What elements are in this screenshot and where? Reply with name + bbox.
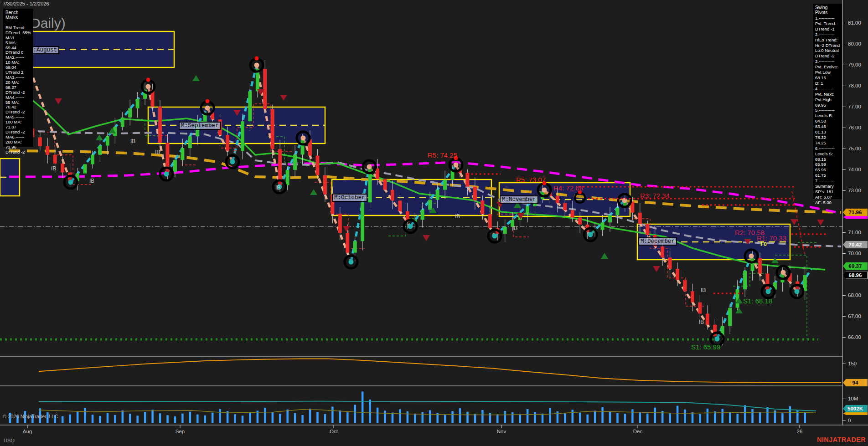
axis-tick-mark <box>842 316 846 317</box>
level-label: R3: 72.34 <box>640 192 670 200</box>
volume-bar <box>234 414 236 423</box>
volume-bar <box>804 412 806 423</box>
swing-pivot-line: Summary <box>815 184 840 189</box>
candle <box>241 121 244 151</box>
volume-bar <box>646 414 649 423</box>
volume-bar <box>601 407 604 423</box>
candle <box>526 206 529 213</box>
volume-bar <box>354 405 356 423</box>
volume-bar <box>542 414 544 423</box>
axis-tick-mark <box>842 44 846 44</box>
candle <box>698 302 702 314</box>
swing-pivot-line: 3.----------- <box>815 59 840 64</box>
swing-pivot-line: SP's: 181 <box>815 189 840 195</box>
time-axis-label: Oct <box>330 429 338 434</box>
axis-tick-label: 71.00 <box>848 230 861 235</box>
benchmarks-title: Bench Marks <box>5 10 31 20</box>
month-box-label: M:December <box>638 237 677 246</box>
volume-bar <box>707 409 709 423</box>
volume-bar <box>444 415 446 423</box>
benchmark-line: DTrend -2 <box>5 90 31 95</box>
volume-bar <box>294 413 296 423</box>
volume-bar <box>759 412 761 423</box>
swing-pivots-title: Swing Pivots <box>815 5 840 15</box>
chart-canvas[interactable] <box>0 0 868 446</box>
ib-label: IB <box>130 138 135 144</box>
down-triangle-marker <box>423 235 430 241</box>
candle <box>691 291 694 302</box>
candle <box>398 201 402 211</box>
swing-pivots-lines: 1.-----------Pvt. Trend:DTrend -12.-----… <box>815 15 840 205</box>
axis-tick-label: 77.00 <box>848 104 861 109</box>
volume-bar <box>212 413 214 423</box>
volume-bar <box>729 412 731 423</box>
volume-bar <box>181 414 184 423</box>
candle <box>136 99 140 108</box>
ib-label: IB <box>699 319 704 325</box>
candle <box>743 271 747 289</box>
down-triangle-marker <box>653 266 660 272</box>
level-label: S1: 65.99 <box>691 343 720 351</box>
axis-tick-label: 81.00 <box>848 20 861 26</box>
benchmarks-lines: ------------BM Trend:DTrend -65%MA1.----… <box>5 21 31 154</box>
swing-pivot-line: 61.75 <box>815 173 840 178</box>
candle <box>128 108 132 118</box>
volume-bar <box>429 410 431 423</box>
volume-bar <box>309 409 311 423</box>
axis-tick-mark <box>842 128 846 128</box>
candle <box>503 227 507 234</box>
volume-bar <box>616 413 619 423</box>
price-badge: 5002K <box>843 405 868 413</box>
volume-bar <box>504 411 506 423</box>
volume-bar <box>144 412 146 423</box>
candle <box>421 210 424 220</box>
price-badge: 68.96 <box>843 272 868 279</box>
ib-label: IB <box>51 165 56 172</box>
volume-bar <box>512 412 514 423</box>
swing-pivot-line: 2.----------- <box>815 32 840 37</box>
down-triangle-marker <box>280 95 287 101</box>
ib-label: IB <box>701 287 706 293</box>
axis-tick-mark <box>842 107 846 107</box>
volume-bar <box>151 410 154 423</box>
candle <box>676 269 679 280</box>
volume-bar <box>744 405 746 423</box>
volume-bar <box>466 412 469 423</box>
candle <box>578 217 582 225</box>
volume-bar <box>84 408 86 423</box>
candle <box>436 190 439 200</box>
date-range: 7/30/2025 - 1/2/2026 <box>3 1 49 6</box>
candle <box>338 214 342 233</box>
volume-bar <box>534 412 536 423</box>
volume-bar <box>107 413 109 423</box>
ninjatrader-logo: NINJATRADER <box>817 436 866 443</box>
volume-bar <box>99 416 101 423</box>
swing-pivot-line: Pvt High <box>815 97 840 103</box>
candle <box>556 196 559 203</box>
candle <box>173 160 177 172</box>
volume-bar <box>549 408 551 423</box>
candle <box>293 154 297 170</box>
volume-bar <box>407 411 409 423</box>
swing-pivot-line: Pvt. Trend: <box>815 21 840 26</box>
volume-bar <box>159 413 161 423</box>
month-box-label: M:November <box>500 195 538 204</box>
volume-bar <box>196 415 199 423</box>
candle <box>383 179 387 190</box>
candle <box>271 109 274 149</box>
volume-bar <box>766 407 769 423</box>
axis-tick-label: 67.00 <box>848 313 861 319</box>
volume-bar <box>481 410 484 423</box>
axis-tick-label: 70.00 <box>848 251 861 256</box>
candle <box>46 146 49 154</box>
candle <box>361 202 364 241</box>
volume-bar <box>384 410 386 423</box>
candle <box>323 175 327 194</box>
benchmark-line: MA1.------ <box>5 36 31 41</box>
month-box-label: M:October <box>332 194 367 202</box>
candle <box>465 173 469 186</box>
volume-bar <box>301 415 304 423</box>
volume-bar <box>684 410 686 423</box>
swing-pivot-line: Levels R: <box>815 113 840 118</box>
level-label: R5: 74.25 <box>428 151 457 159</box>
